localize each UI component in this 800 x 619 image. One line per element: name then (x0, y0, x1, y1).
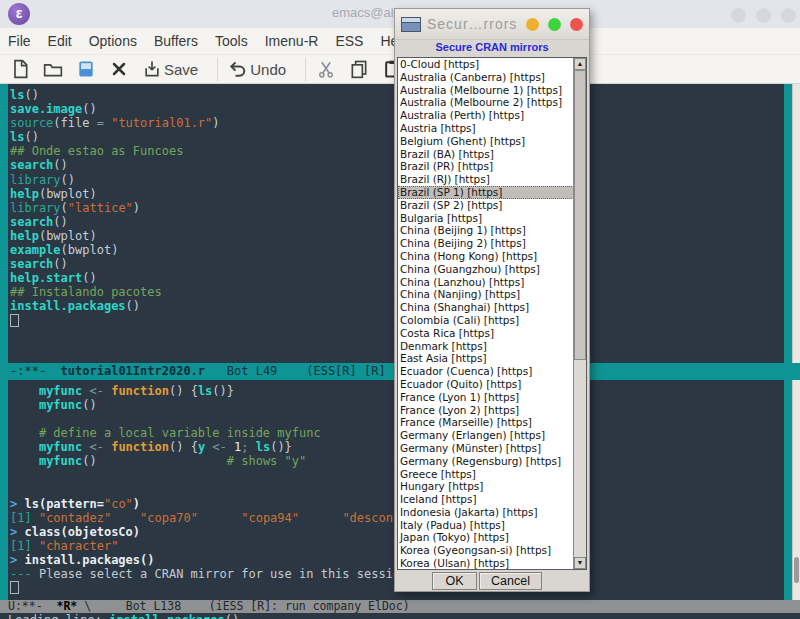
toolbar-separator (305, 57, 306, 81)
mirror-option[interactable]: 0-Cloud [https] (398, 58, 586, 71)
right-window-edge (784, 84, 792, 600)
open-folder-button[interactable] (41, 58, 65, 80)
window-control-icon[interactable] (731, 8, 746, 23)
mirror-option[interactable]: China (Lanzhou) [https] (398, 276, 586, 289)
toolbar-separator (217, 57, 218, 81)
mirror-option[interactable]: Brazil (PR) [https] (398, 160, 586, 173)
text-cursor (10, 314, 19, 327)
mirror-option[interactable]: Ecuador (Quito) [https] (398, 378, 586, 391)
menu-buffers[interactable]: Buffers (154, 33, 198, 49)
mirror-option[interactable]: Korea (Gyeongsan-si) [https] (398, 544, 586, 557)
mirror-option[interactable]: France (Lyon 1) [https] (398, 391, 586, 404)
right-scrollbar[interactable] (792, 84, 800, 600)
mirror-option[interactable]: Australia (Melbourne 2) [https] (398, 96, 586, 109)
mirror-option[interactable]: Australia (Canberra) [https] (398, 71, 586, 84)
mirror-option[interactable]: Belgium (Ghent) [https] (398, 135, 586, 148)
mirror-option[interactable]: Greece [https] (398, 468, 586, 481)
dialog-button-row: OK Cancel (395, 571, 589, 591)
scrollbar-thumb[interactable] (574, 70, 586, 360)
mirror-option[interactable]: China (Nanjing) [https] (398, 288, 586, 301)
menu-edit[interactable]: Edit (48, 33, 72, 49)
undo-label: Undo (250, 61, 286, 78)
close-buffer-icon (109, 59, 129, 79)
save-label: Save (164, 61, 198, 78)
mirror-option[interactable]: Italy (Padua) [https] (398, 519, 586, 532)
mirror-option[interactable]: Brazil (SP 2) [https] (398, 199, 586, 212)
mirror-option[interactable]: Germany (Erlangen) [https] (398, 429, 586, 442)
mirror-option[interactable]: Germany (Regensburg) [https] (398, 455, 586, 468)
mirror-option[interactable]: China (Guangzhou) [https] (398, 263, 586, 276)
scrollbar-thumb[interactable] (794, 557, 799, 583)
menu-file[interactable]: File (8, 33, 31, 49)
close-buffer-button[interactable] (107, 58, 131, 80)
mirror-option[interactable]: Austria [https] (398, 122, 586, 135)
mirror-option[interactable]: France (Marseille) [https] (398, 416, 586, 429)
menu-ess[interactable]: ESS (335, 33, 363, 49)
cancel-button[interactable]: Cancel (479, 572, 542, 590)
scroll-up-icon[interactable]: ▲ (574, 58, 586, 70)
mirror-option[interactable]: China (Hong Kong) [https] (398, 250, 586, 263)
mirror-option[interactable]: Australia (Perth) [https] (398, 109, 586, 122)
mirror-option[interactable]: Iceland [https] (398, 493, 586, 506)
mirror-option[interactable]: Bulgaria [https] (398, 212, 586, 225)
menu-tools[interactable]: Tools (215, 33, 248, 49)
text-cursor (10, 581, 19, 594)
mirror-option[interactable]: East Asia [https] (398, 352, 586, 365)
maximize-icon[interactable] (548, 18, 561, 31)
scroll-down-icon[interactable]: ▼ (574, 557, 586, 569)
mirror-option[interactable]: France (Lyon 2) [https] (398, 404, 586, 417)
emacs-frame: ε emacs@aledall FileEditOptionsBuffersTo… (0, 0, 800, 619)
modeline-r-console: U:**- *R* \ Bot L138 (iESS [R]: run comp… (0, 600, 800, 613)
mirror-option[interactable]: Korea (Ulsan) [https] (398, 557, 586, 570)
mirror-option[interactable]: China (Beijing 1) [https] (398, 224, 586, 237)
mirror-option[interactable]: Denmark [https] (398, 340, 586, 353)
new-file-icon (10, 59, 30, 79)
cut-icon (316, 59, 336, 79)
undo-icon (228, 59, 248, 79)
mirror-list: 0-Cloud [https]Australia (Canberra) [htt… (397, 57, 587, 570)
mirror-option[interactable]: Brazil (RJ) [https] (398, 173, 586, 186)
undo-button[interactable]: Undo (226, 58, 288, 80)
mirror-option[interactable]: Brazil (BA) [https] (398, 148, 586, 161)
copy-icon (349, 59, 369, 79)
mirror-option[interactable]: Ecuador (Cuenca) [https] (398, 365, 586, 378)
cran-mirror-dialog: Secur…rrors Secure CRAN mirrors 0-Cloud … (394, 8, 590, 592)
menu-options[interactable]: Options (89, 33, 137, 49)
mirror-option[interactable]: Hungary [https] (398, 480, 586, 493)
mirror-option[interactable]: Colombia (Cali) [https] (398, 314, 586, 327)
cut-button[interactable] (314, 58, 338, 80)
menu-imenu-r[interactable]: Imenu-R (265, 33, 319, 49)
mirror-option[interactable]: Japan (Tokyo) [https] (398, 531, 586, 544)
mirror-option[interactable]: Costa Rica [https] (398, 327, 586, 340)
mirror-option[interactable]: Australia (Melbourne 1) [https] (398, 84, 586, 97)
open-file-icon (76, 59, 96, 79)
save-icon (142, 59, 162, 79)
mirror-option[interactable]: Indonesia (Jakarta) [https] (398, 506, 586, 519)
dialog-title-bar[interactable]: Secur…rrors (395, 9, 589, 40)
open-file-button[interactable] (74, 58, 98, 80)
emacs-logo-icon: ε (8, 3, 30, 25)
close-icon[interactable] (570, 18, 583, 31)
dialog-scrollbar[interactable]: ▲ ▼ (573, 58, 586, 569)
dialog-window-icon (401, 17, 421, 32)
left-scrollbar[interactable] (0, 380, 8, 600)
mirror-option[interactable]: Brazil (SP 1) [https] (398, 186, 586, 199)
save-button[interactable]: Save (140, 58, 200, 80)
ok-button[interactable]: OK (432, 572, 477, 590)
minimize-icon[interactable] (526, 18, 539, 31)
window-control-icon[interactable] (756, 8, 771, 23)
copy-button[interactable] (347, 58, 371, 80)
mirror-option[interactable]: China (Beijing 2) [https] (398, 237, 586, 250)
echo-area: Loading line: install.packages() (0, 613, 800, 619)
mirror-option[interactable]: Germany (Münster) [https] (398, 442, 586, 455)
open-folder-icon (43, 59, 63, 79)
window-control-icon[interactable] (781, 8, 796, 23)
new-file-button[interactable] (8, 58, 32, 80)
dialog-heading: Secure CRAN mirrors (395, 40, 589, 57)
dialog-title: Secur…rrors (427, 16, 517, 32)
left-scrollbar[interactable] (0, 84, 8, 363)
mirror-option[interactable]: China (Shanghai) [https] (398, 301, 586, 314)
